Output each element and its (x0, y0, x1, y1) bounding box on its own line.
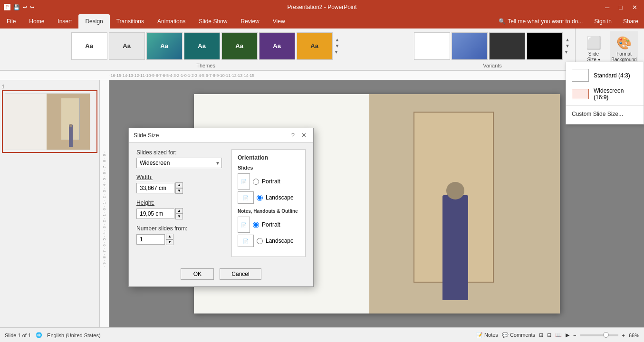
signin-button[interactable]: Sign in (588, 16, 617, 27)
theme-4[interactable]: Aa (184, 32, 220, 60)
notes-portrait-label: Portrait (262, 221, 280, 228)
comments-button[interactable]: 💬 Comments (502, 332, 535, 338)
slides-landscape-radio[interactable] (257, 195, 263, 201)
canvas-area: ·9·8·7·6·5·4·3·2·1·0·1·2·3·4·5·6·7·8·9· … (100, 80, 644, 327)
close-button[interactable]: ✕ (629, 3, 640, 12)
zoom-level[interactable]: 66% (629, 332, 639, 338)
width-input[interactable] (136, 183, 174, 193)
notes-portrait-row: 📄 Portrait (238, 217, 299, 233)
notes-button[interactable]: 📝 Notes (476, 332, 498, 338)
slides-sized-for-select[interactable]: Widescreen Standard (4:3) Letter Paper (… (136, 158, 222, 168)
width-increment[interactable]: ▲ (175, 182, 183, 188)
window-controls: ─ □ ✕ (602, 3, 640, 12)
maximize-button[interactable]: □ (616, 3, 625, 12)
tab-view[interactable]: View (266, 14, 292, 28)
slide-size-icon: ⬜ (586, 36, 601, 50)
tab-slideshow[interactable]: Slide Show (192, 14, 234, 28)
height-increment[interactable]: ▲ (175, 208, 183, 214)
theme-5[interactable]: Aa (221, 32, 258, 60)
format-background-icon: 🎨 (616, 36, 632, 50)
slides-sized-for-group: Slides sized for: Widescreen Standard (4… (136, 149, 222, 168)
notes-landscape-option[interactable]: Landscape (257, 238, 294, 244)
variants-row: ▲ ▼ ▾ (414, 30, 571, 62)
notes-orientation-group: 📄 Portrait 📄 (238, 217, 299, 247)
variants-scroll-up[interactable]: ▲ (565, 37, 570, 42)
theme-3[interactable]: Aa (146, 32, 183, 60)
variant-3[interactable] (489, 32, 525, 60)
save-icon[interactable]: 💾 (13, 4, 20, 10)
standard-label: Standard (4:3) (594, 72, 630, 79)
status-bar-left: Slide 1 of 1 🌐 English (United States) (5, 332, 101, 338)
slideshow-icon[interactable]: ▶ (566, 332, 569, 338)
variant-2[interactable] (452, 32, 488, 60)
theme-office[interactable]: Aa (71, 32, 107, 60)
width-label: Width: (136, 174, 222, 180)
height-input[interactable] (136, 209, 174, 219)
dialog-close-button[interactable]: ✕ (299, 131, 308, 139)
width-decrement[interactable]: ▼ (175, 188, 183, 194)
undo-icon[interactable]: ↩ (23, 4, 27, 10)
slides-portrait-radio[interactable] (253, 179, 259, 185)
slide-size-dialog: Slide Size ? ✕ Slides sized for: (128, 128, 314, 287)
theme-2[interactable]: Aa (109, 32, 145, 60)
tab-review[interactable]: Review (234, 14, 266, 28)
theme-7[interactable]: Aa (297, 32, 333, 60)
language-label: English (United States) (47, 332, 101, 338)
slide-info: Slide 1 of 1 (5, 332, 31, 338)
notes-portrait-option[interactable]: Portrait (253, 221, 280, 228)
slides-portrait-row: 📄 Portrait (238, 173, 299, 190)
status-bar-right: 📝 Notes 💬 Comments ⊞ ⊟ 📖 ▶ − + 66% (476, 332, 639, 338)
redo-icon[interactable]: ↪ (30, 4, 34, 10)
notes-portrait-radio[interactable] (253, 222, 259, 228)
tab-transitions[interactable]: Transitions (110, 14, 151, 28)
slide-thumbnail[interactable] (2, 90, 97, 153)
minimize-button[interactable]: ─ (602, 3, 612, 12)
dialog-title: Slide Size (134, 132, 159, 139)
slides-landscape-option[interactable]: Landscape (257, 194, 294, 201)
ok-button[interactable]: OK (181, 268, 214, 280)
dialog-overlay: Slide Size ? ✕ Slides sized for: (100, 80, 644, 327)
number-slides-input[interactable] (136, 234, 165, 245)
tab-design[interactable]: Design (78, 14, 109, 28)
number-increment[interactable]: ▲ (166, 234, 173, 239)
slide-thumb-content (5, 93, 90, 150)
dialog-help-button[interactable]: ? (289, 131, 297, 139)
zoom-handle[interactable] (603, 332, 609, 338)
tab-insert[interactable]: Insert (51, 14, 78, 28)
normal-view-icon[interactable]: ⊞ (539, 332, 543, 338)
tell-me-input[interactable]: 🔍 Tell me what you want to do... (493, 16, 588, 27)
title-bar-left: 🅿 💾 ↩ ↪ (4, 3, 34, 11)
width-spinner-btns: ▲ ▼ (175, 182, 183, 194)
themes-scroll: ▲ ▼ ▾ (334, 32, 341, 60)
themes-more[interactable]: ▾ (335, 49, 340, 55)
variants-more[interactable]: ▾ (565, 49, 570, 55)
reading-view-icon[interactable]: 📖 (555, 332, 562, 338)
slides-landscape-row: 📄 Landscape (238, 191, 299, 204)
variant-4[interactable] (527, 32, 563, 60)
status-bar: Slide 1 of 1 🌐 English (United States) 📝… (0, 327, 644, 342)
number-decrement[interactable]: ▼ (166, 239, 173, 245)
dialog-main-row: Slides sized for: Widescreen Standard (4… (136, 149, 306, 257)
variants-scroll-down[interactable]: ▼ (565, 43, 570, 48)
slide-sorter-icon[interactable]: ⊟ (547, 332, 551, 338)
theme-6[interactable]: Aa (259, 32, 295, 60)
themes-scroll-down[interactable]: ▼ (335, 43, 340, 48)
zoom-slider[interactable] (580, 334, 618, 336)
tab-animations[interactable]: Animations (151, 14, 192, 28)
dialog-left: Slides sized for: Widescreen Standard (4… (136, 149, 222, 251)
themes-row: Aa Aa Aa Aa Aa (71, 30, 341, 62)
share-button[interactable]: Share (617, 16, 644, 27)
slides-orientation-label: Slides (238, 165, 299, 171)
zoom-in-button[interactable]: + (622, 332, 625, 338)
tab-home[interactable]: Home (22, 14, 51, 28)
dialog-body: Slides sized for: Widescreen Standard (4… (129, 142, 313, 264)
themes-scroll-up[interactable]: ▲ (335, 37, 340, 42)
slides-portrait-option[interactable]: Portrait (253, 178, 280, 185)
zoom-out-button[interactable]: − (573, 332, 576, 338)
slides-orientation-group: 📄 Portrait 📄 (238, 173, 299, 204)
notes-landscape-radio[interactable] (257, 238, 263, 244)
cancel-button[interactable]: Cancel (220, 268, 261, 280)
variant-1[interactable] (414, 32, 450, 60)
tab-file[interactable]: File (0, 14, 22, 28)
height-decrement[interactable]: ▼ (175, 214, 183, 219)
